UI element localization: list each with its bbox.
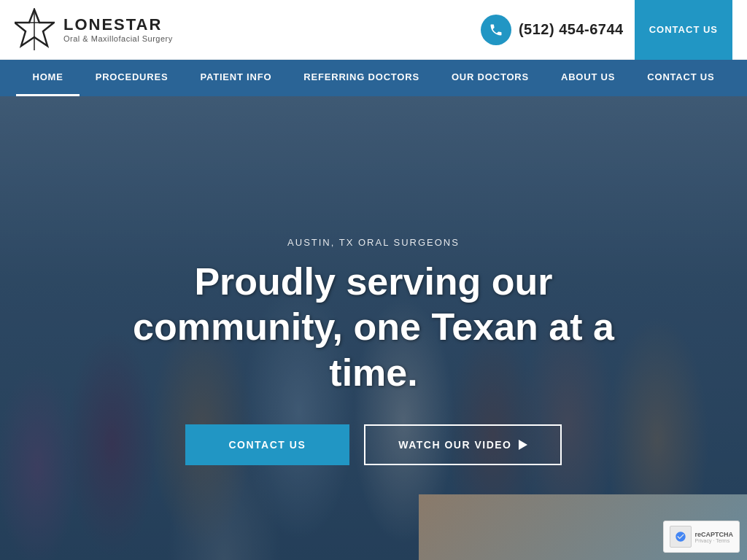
- recaptcha-widget[interactable]: reCAPTCHA Privacy · Terms: [663, 521, 740, 553]
- logo-text: LoneStar Oral & Maxillofacial Surgery: [63, 16, 173, 42]
- nav-item-home[interactable]: HOME: [16, 60, 79, 96]
- hero-video-button[interactable]: WATCH OUR VIDEO: [364, 424, 562, 465]
- video-button-label: WATCH OUR VIDEO: [398, 439, 511, 451]
- nav-item-procedures[interactable]: PROCEDURES: [80, 60, 185, 96]
- logo-area[interactable]: LoneStar Oral & Maxillofacial Surgery: [15, 8, 173, 52]
- hero-contact-button[interactable]: CONTACT US: [185, 424, 350, 465]
- header-contact-button[interactable]: CONTACT US: [635, 0, 732, 60]
- nav-item-contact-us[interactable]: CONTACT US: [631, 60, 730, 96]
- nav-item-our-doctors[interactable]: OUR DOCTORS: [436, 60, 545, 96]
- hero-title: Proudly serving our community, one Texan…: [125, 259, 622, 395]
- header-right: (512) 454-6744 CONTACT US: [481, 0, 732, 60]
- hero-buttons: CONTACT US WATCH OUR VIDEO: [125, 424, 622, 465]
- phone-area[interactable]: (512) 454-6744: [481, 15, 624, 45]
- hero-section: AUSTIN, TX ORAL SURGEONS Proudly serving…: [0, 96, 747, 560]
- nav-item-about-us[interactable]: ABOUT US: [545, 60, 631, 96]
- play-icon: [519, 440, 527, 450]
- recaptcha-text: reCAPTCHA Privacy · Terms: [694, 531, 733, 543]
- brand-tagline: Oral & Maxillofacial Surgery: [63, 34, 173, 43]
- hero-content: AUSTIN, TX ORAL SURGEONS Proudly serving…: [125, 237, 622, 465]
- phone-number: (512) 454-6744: [519, 21, 624, 38]
- site-header: LoneStar Oral & Maxillofacial Surgery (5…: [0, 0, 747, 60]
- phone-icon: [481, 15, 511, 45]
- main-nav: HOME PROCEDURES PATIENT INFO REFERRING D…: [0, 60, 747, 96]
- logo-star-icon: [15, 8, 55, 52]
- nav-item-patient-info[interactable]: PATIENT INFO: [184, 60, 287, 96]
- hero-subtitle: AUSTIN, TX ORAL SURGEONS: [125, 237, 622, 248]
- nav-item-referring-doctors[interactable]: REFERRING DOCTORS: [287, 60, 436, 96]
- recaptcha-checkbox[interactable]: [670, 526, 692, 548]
- brand-name: LoneStar: [63, 16, 173, 34]
